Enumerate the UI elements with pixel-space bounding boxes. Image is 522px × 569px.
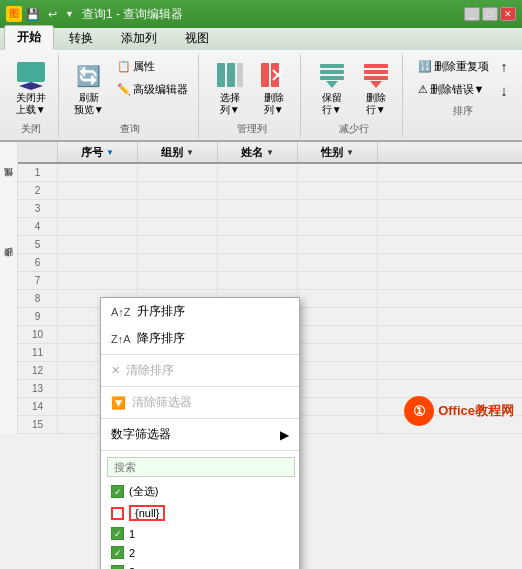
filter-all-item[interactable]: ✓ (全选) bbox=[101, 481, 299, 502]
app-icon: 图 bbox=[6, 6, 22, 22]
sort-asc-btn[interactable]: ↑ bbox=[496, 56, 513, 78]
reduce-rows-group-label: 减少行 bbox=[339, 122, 369, 136]
advanced-editor-icon: ✏️ bbox=[117, 83, 131, 96]
quick-undo-btn[interactable]: ↩ bbox=[48, 8, 57, 21]
minimize-btn[interactable]: _ bbox=[464, 7, 480, 21]
col-header-gender[interactable]: 性别 ▼ bbox=[298, 142, 378, 162]
filter-null-item[interactable]: {null} bbox=[101, 502, 299, 524]
col-header-rownum bbox=[18, 142, 58, 162]
col-seq-filter-icon[interactable]: ▼ bbox=[106, 148, 114, 157]
svg-rect-1 bbox=[217, 63, 225, 87]
select-cols-btn[interactable]: 选择列▼ bbox=[209, 56, 251, 120]
filter-all-checkbox[interactable]: ✓ bbox=[111, 485, 124, 498]
filter-2-item[interactable]: ✓ 2 bbox=[101, 543, 299, 562]
col-name-filter-icon[interactable]: ▼ bbox=[266, 148, 274, 157]
col-header-seq[interactable]: 序号 ▼ bbox=[58, 142, 138, 162]
filter-2-checkbox[interactable]: ✓ bbox=[111, 546, 124, 559]
filter-1-checkbox[interactable]: ✓ bbox=[111, 527, 124, 540]
quick-save-btn[interactable]: 💾 bbox=[26, 8, 40, 21]
ribbon-group-manage-cols: 选择列▼ 删除列▼ 管理列 bbox=[203, 54, 301, 138]
refresh-btn[interactable]: 🔄 刷新预览▼ bbox=[68, 56, 110, 120]
query-group-label: 查询 bbox=[120, 122, 140, 136]
window-controls: _ □ ✕ bbox=[464, 7, 516, 21]
table-row[interactable]: 2 bbox=[18, 182, 522, 200]
table-row[interactable]: 5 bbox=[18, 236, 522, 254]
table-row[interactable]: 4 bbox=[18, 218, 522, 236]
col-group-filter-icon[interactable]: ▼ bbox=[186, 148, 194, 157]
remove-duplicates-btn[interactable]: 🔢 删除重复项 bbox=[413, 56, 494, 77]
sidebar-steps[interactable]: 步骤 bbox=[0, 224, 16, 304]
delete-cols-btn[interactable]: 删除列▼ bbox=[253, 56, 295, 120]
sort-desc-icon: Z↑A bbox=[111, 333, 131, 345]
tab-view[interactable]: 视图 bbox=[172, 26, 222, 50]
col-seq-label: 序号 bbox=[81, 145, 103, 160]
sort-arrows-col: ↑ ↓ bbox=[496, 56, 513, 102]
ribbon-group-sort: 🔢 删除重复项 ⚠ 删除错误▼ ↑ ↓ 排序 bbox=[407, 54, 518, 138]
table-row[interactable]: 6 bbox=[18, 254, 522, 272]
number-filter-item[interactable]: 数字筛选器 ▶ bbox=[101, 421, 299, 448]
keep-rows-btn[interactable]: 保留行▼ bbox=[311, 56, 353, 120]
sort-desc-item[interactable]: Z↑A 降序排序 bbox=[101, 325, 299, 352]
svg-rect-2 bbox=[227, 63, 235, 87]
col-header-group[interactable]: 组别 ▼ bbox=[138, 142, 218, 162]
svg-text:①: ① bbox=[413, 403, 426, 419]
col-header-name[interactable]: 姓名 ▼ bbox=[218, 142, 298, 162]
clear-filter-item: 🔽 清除筛选器 bbox=[101, 389, 299, 416]
filter-3-checkbox[interactable]: ✓ bbox=[111, 565, 124, 569]
properties-icon: 📋 bbox=[117, 60, 131, 73]
filter-1-label: 1 bbox=[129, 528, 135, 540]
svg-rect-4 bbox=[261, 63, 269, 87]
watermark-text: Office教程网 bbox=[438, 402, 514, 420]
filter-3-item[interactable]: ✓ 3 bbox=[101, 562, 299, 569]
clear-filter-label: 清除筛选器 bbox=[132, 394, 192, 411]
number-filter-arrow: ▶ bbox=[280, 428, 289, 442]
close-upload-icon bbox=[15, 60, 47, 92]
sort-desc-btn[interactable]: ↓ bbox=[496, 80, 513, 102]
sort-group-label: 排序 bbox=[453, 104, 473, 118]
tab-add-column[interactable]: 添加列 bbox=[108, 26, 170, 50]
svg-rect-0 bbox=[17, 62, 45, 82]
filter-1-item[interactable]: ✓ 1 bbox=[101, 524, 299, 543]
grid-header: 序号 ▼ 组别 ▼ 姓名 ▼ 性别 ▼ bbox=[18, 142, 522, 164]
refresh-label: 刷新预览▼ bbox=[74, 92, 104, 116]
close-btn[interactable]: ✕ bbox=[500, 7, 516, 21]
maximize-btn[interactable]: □ bbox=[482, 7, 498, 21]
keep-rows-label: 保留行▼ bbox=[322, 92, 342, 116]
clear-sort-item: ✕ 清除排序 bbox=[101, 357, 299, 384]
advanced-editor-label: 高级编辑器 bbox=[133, 82, 188, 97]
col-gender-filter-icon[interactable]: ▼ bbox=[346, 148, 354, 157]
sort-asc-item[interactable]: A↑Z 升序排序 bbox=[101, 298, 299, 325]
select-cols-label: 选择列▼ bbox=[220, 92, 240, 116]
sidebar-properties[interactable]: 属性 bbox=[0, 144, 16, 224]
clear-sort-icon: ✕ bbox=[111, 364, 120, 377]
remove-err-label: 删除错误▼ bbox=[430, 82, 485, 97]
close-upload-btn[interactable]: 关闭并上载▼ bbox=[10, 56, 52, 120]
svg-rect-3 bbox=[237, 63, 243, 87]
delete-rows-label: 删除行▼ bbox=[366, 92, 386, 116]
select-cols-icon bbox=[214, 60, 246, 92]
clear-filter-icon: 🔽 bbox=[111, 396, 126, 410]
clear-sort-label: 清除排序 bbox=[126, 362, 174, 379]
ribbon-group-reduce-rows: 保留行▼ 删除行▼ 减少行 bbox=[305, 54, 403, 138]
svg-rect-10 bbox=[320, 76, 344, 80]
filter-search-input[interactable] bbox=[107, 457, 295, 477]
remove-errors-btn[interactable]: ⚠ 删除错误▼ bbox=[413, 79, 494, 100]
properties-btn[interactable]: 📋 属性 bbox=[112, 56, 193, 77]
table-row[interactable]: 1 bbox=[18, 164, 522, 182]
table-row[interactable]: 3 bbox=[18, 200, 522, 218]
tab-start[interactable]: 开始 bbox=[4, 25, 54, 50]
quick-menu-btn[interactable]: ▼ bbox=[65, 9, 74, 19]
tab-transform[interactable]: 转换 bbox=[56, 26, 106, 50]
manage-cols-group-label: 管理列 bbox=[237, 122, 267, 136]
ribbon-group-query: 🔄 刷新预览▼ 📋 属性 ✏️ 高级编辑器 查询 bbox=[63, 54, 200, 138]
sort-asc-label: 升序排序 bbox=[137, 303, 185, 320]
ribbon-col-props: 📋 属性 ✏️ 高级编辑器 bbox=[112, 56, 193, 100]
filter-null-checkbox[interactable] bbox=[111, 507, 124, 520]
svg-rect-11 bbox=[364, 64, 388, 68]
delete-rows-btn[interactable]: 删除行▼ bbox=[355, 56, 397, 120]
table-row[interactable]: 7 bbox=[18, 272, 522, 290]
sort-col: 🔢 删除重复项 ⚠ 删除错误▼ bbox=[413, 56, 494, 100]
ribbon: 关闭并上载▼ 关闭 🔄 刷新预览▼ 📋 属性 ✏️ 高级编辑器 查询 bbox=[0, 50, 522, 142]
advanced-editor-btn[interactable]: ✏️ 高级编辑器 bbox=[112, 79, 193, 100]
filter-dropdown: A↑Z 升序排序 Z↑A 降序排序 ✕ 清除排序 🔽 清除筛选器 数字筛选器 ▶… bbox=[100, 297, 300, 569]
